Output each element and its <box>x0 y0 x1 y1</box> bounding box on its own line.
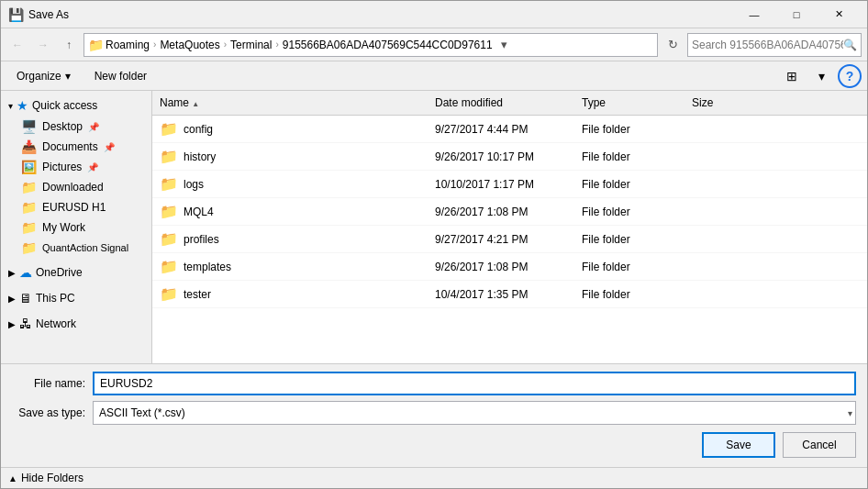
quick-access-header[interactable]: ▾ ★ Quick access <box>1 94 151 117</box>
organize-button[interactable]: Organize ▾ <box>6 64 81 88</box>
sidebar-item-mywork-label: My Work <box>42 221 85 234</box>
sidebar-item-downloaded[interactable]: 📁 Downloaded <box>1 177 151 197</box>
cancel-button[interactable]: Cancel <box>783 432 856 458</box>
breadcrumb-folder-icon: 📁 <box>88 38 104 52</box>
maximize-button[interactable]: □ <box>775 1 818 28</box>
onedrive-label: OneDrive <box>36 266 83 279</box>
filename-label: File name: <box>12 377 85 390</box>
thispc-section: ▶ 🖥 This PC <box>1 287 151 309</box>
sidebar-item-pictures[interactable]: 🖼️ Pictures 📌 <box>1 157 151 177</box>
table-row[interactable]: 📁 profiles 9/27/2017 4:21 PM File folder <box>152 226 867 253</box>
onedrive-header[interactable]: ▶ ☁ OneDrive <box>1 261 151 283</box>
table-row[interactable]: 📁 templates 9/26/2017 1:08 PM File folde… <box>152 253 867 281</box>
folder-icon: 📁 <box>160 258 178 275</box>
file-list-header: Name ▲ Date modified Type Size <box>152 91 867 116</box>
file-size <box>684 128 758 131</box>
table-row[interactable]: 📁 MQL4 9/26/2017 1:08 PM File folder <box>152 198 867 226</box>
up-button[interactable]: ↑ <box>58 34 80 56</box>
file-type: File folder <box>574 121 684 138</box>
col-header-type[interactable]: Type <box>574 94 684 111</box>
sidebar-item-desktop[interactable]: 🖥️ Desktop 📌 <box>1 117 151 137</box>
savetype-select[interactable]: ASCII Text (*.csv) <box>93 401 856 425</box>
col-header-date[interactable]: Date modified <box>428 94 574 111</box>
savetype-label: Save as type: <box>12 406 85 419</box>
sidebar-item-eurusd[interactable]: 📁 EURUSD H1 <box>1 197 151 217</box>
file-name: logs <box>184 178 204 191</box>
breadcrumb-sep-2: › <box>224 39 227 50</box>
bottom-bar: File name: Save as type: ASCII Text (*.c… <box>1 363 867 467</box>
sidebar-item-eurusd-label: EURUSD H1 <box>42 201 106 214</box>
filename-input[interactable] <box>93 372 856 395</box>
pin-icon-desktop: 📌 <box>88 122 99 132</box>
minimize-button[interactable]: — <box>733 1 775 28</box>
new-folder-label: New folder <box>95 70 147 83</box>
file-name: templates <box>184 261 231 273</box>
mywork-icon: 📁 <box>21 220 37 235</box>
thispc-label: This PC <box>36 292 75 305</box>
help-button[interactable]: ? <box>838 64 862 88</box>
quick-access-label: Quick access <box>32 99 97 112</box>
quick-access-star-icon: ★ <box>17 98 28 113</box>
view-options-button[interactable]: ⊞ <box>779 64 805 88</box>
address-dropdown-button[interactable]: ▾ <box>496 34 513 56</box>
breadcrumb-roaming: Roaming <box>106 39 150 51</box>
file-name: config <box>184 123 213 136</box>
sidebar-item-documents[interactable]: 📥 Documents 📌 <box>1 137 151 157</box>
hide-folders-label: Hide Folders <box>21 472 83 484</box>
file-rows-container: 📁 config 9/27/2017 4:44 PM File folder 📁… <box>152 116 867 308</box>
table-row[interactable]: 📁 history 9/26/2017 10:17 PM File folder <box>152 143 867 171</box>
col-name-label: Name <box>160 96 189 109</box>
thispc-chevron: ▶ <box>8 294 16 304</box>
sidebar-item-mywork[interactable]: 📁 My Work <box>1 217 151 238</box>
network-label: Network <box>36 317 76 330</box>
file-date: 9/26/2017 1:08 PM <box>428 204 574 220</box>
onedrive-chevron: ▶ <box>8 268 16 278</box>
file-size <box>684 183 758 186</box>
col-size-label: Size <box>692 96 713 109</box>
col-header-size[interactable]: Size <box>684 94 758 111</box>
new-folder-button[interactable]: New folder <box>84 64 157 88</box>
col-header-name[interactable]: Name ▲ <box>152 94 428 111</box>
folder-icon: 📁 <box>160 175 178 193</box>
sidebar-item-downloaded-label: Downloaded <box>42 181 104 194</box>
address-bar-row: ← → ↑ 📁 Roaming › MetaQuotes › Terminal … <box>1 28 867 61</box>
file-date: 9/27/2017 4:21 PM <box>428 231 574 248</box>
save-button[interactable]: Save <box>702 432 775 458</box>
pictures-icon: 🖼️ <box>21 160 37 174</box>
hide-folders-row[interactable]: ▲ Hide Folders <box>1 467 867 488</box>
folder-icon: 📁 <box>160 148 178 165</box>
thispc-header[interactable]: ▶ 🖥 This PC <box>1 287 151 309</box>
file-name: profiles <box>184 233 219 246</box>
pin-icon-pictures: 📌 <box>87 162 98 172</box>
window-icon: 💾 <box>8 7 23 22</box>
thispc-icon: 🖥 <box>19 291 32 306</box>
table-row[interactable]: 📁 logs 10/10/2017 1:17 PM File folder <box>152 171 867 198</box>
view-dropdown-button[interactable]: ▾ <box>808 64 834 88</box>
folder-icon: 📁 <box>160 285 178 303</box>
back-button[interactable]: ← <box>6 34 28 56</box>
table-row[interactable]: 📁 tester 10/4/2017 1:35 PM File folder <box>152 281 867 308</box>
search-icon: 🔍 <box>843 39 857 51</box>
forward-button[interactable]: → <box>32 34 54 56</box>
desktop-icon: 🖥️ <box>21 119 37 134</box>
address-box[interactable]: 📁 Roaming › MetaQuotes › Terminal › 9155… <box>83 33 658 57</box>
breadcrumb-folder-id: 915566BA06ADA407569C544CC0D97611 <box>283 39 493 51</box>
organize-dropdown-icon: ▾ <box>65 70 71 83</box>
onedrive-icon: ☁ <box>19 265 32 280</box>
savetype-row: Save as type: ASCII Text (*.csv) ▾ <box>12 401 856 425</box>
network-chevron: ▶ <box>8 319 16 329</box>
search-input[interactable] <box>692 39 843 51</box>
network-header[interactable]: ▶ 🖧 Network <box>1 313 151 335</box>
file-type: File folder <box>574 286 684 303</box>
table-row[interactable]: 📁 config 9/27/2017 4:44 PM File folder <box>152 116 867 143</box>
search-box: 🔍 <box>687 33 862 57</box>
refresh-button[interactable]: ↻ <box>662 33 684 57</box>
documents-icon: 📥 <box>21 139 37 154</box>
sidebar-item-quantaction[interactable]: 📁 QuantAction Signal <box>1 238 151 258</box>
file-date: 10/4/2017 1:35 PM <box>428 286 574 303</box>
close-button[interactable]: ✕ <box>818 1 860 28</box>
quick-access-section: ▾ ★ Quick access 🖥️ Desktop 📌 📥 Document… <box>1 94 151 258</box>
file-type: File folder <box>574 204 684 220</box>
file-date: 10/10/2017 1:17 PM <box>428 176 574 193</box>
file-type: File folder <box>574 259 684 275</box>
